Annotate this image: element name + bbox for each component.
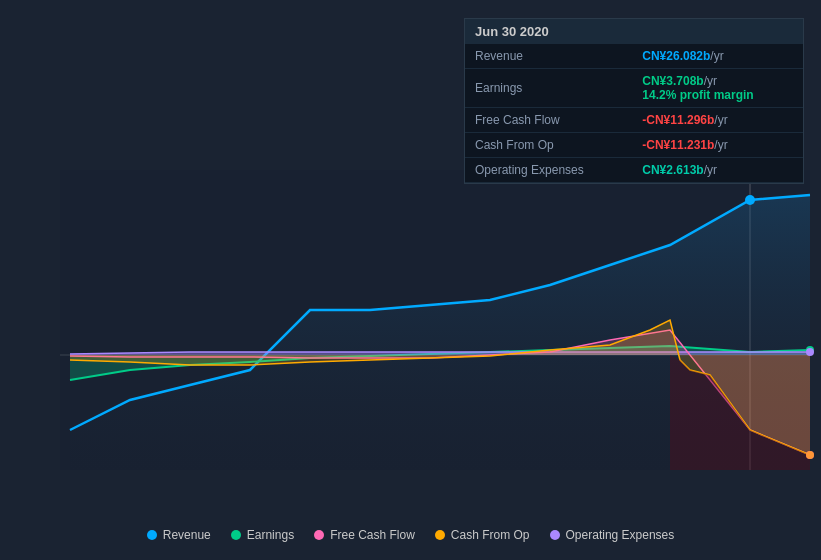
cash-from-op-value: -CN¥11.231b/yr [632, 133, 803, 158]
chart-legend: Revenue Earnings Free Cash Flow Cash Fro… [0, 528, 821, 542]
svg-point-4 [745, 195, 755, 205]
legend-label-earnings: Earnings [247, 528, 294, 542]
free-cash-flow-label: Free Cash Flow [465, 108, 632, 133]
revenue-value: CN¥26.082b/yr [632, 44, 803, 69]
legend-dot-opex [550, 530, 560, 540]
legend-dot-revenue [147, 530, 157, 540]
revenue-label: Revenue [465, 44, 632, 69]
legend-dot-earnings [231, 530, 241, 540]
legend-dot-cfo [435, 530, 445, 540]
legend-free-cash-flow: Free Cash Flow [314, 528, 415, 542]
legend-operating-expenses: Operating Expenses [550, 528, 675, 542]
legend-label-cfo: Cash From Op [451, 528, 530, 542]
free-cash-flow-value: -CN¥11.296b/yr [632, 108, 803, 133]
tooltip-table: Revenue CN¥26.082b/yr Earnings CN¥3.708b… [465, 44, 803, 183]
earnings-value: CN¥3.708b/yr 14.2% profit margin [632, 69, 803, 108]
operating-expenses-label: Operating Expenses [465, 158, 632, 183]
cash-from-op-label: Cash From Op [465, 133, 632, 158]
operating-expenses-value: CN¥2.613b/yr [632, 158, 803, 183]
legend-cash-from-op: Cash From Op [435, 528, 530, 542]
chart-container: Jun 30 2020 Revenue CN¥26.082b/yr Earnin… [0, 0, 821, 560]
legend-revenue: Revenue [147, 528, 211, 542]
svg-point-7 [806, 451, 814, 459]
legend-label-opex: Operating Expenses [566, 528, 675, 542]
tooltip-panel: Jun 30 2020 Revenue CN¥26.082b/yr Earnin… [464, 18, 804, 184]
svg-point-8 [806, 348, 814, 356]
legend-dot-fcf [314, 530, 324, 540]
legend-label-fcf: Free Cash Flow [330, 528, 415, 542]
tooltip-date: Jun 30 2020 [465, 19, 803, 44]
earnings-label: Earnings [465, 69, 632, 108]
legend-earnings: Earnings [231, 528, 294, 542]
legend-label-revenue: Revenue [163, 528, 211, 542]
